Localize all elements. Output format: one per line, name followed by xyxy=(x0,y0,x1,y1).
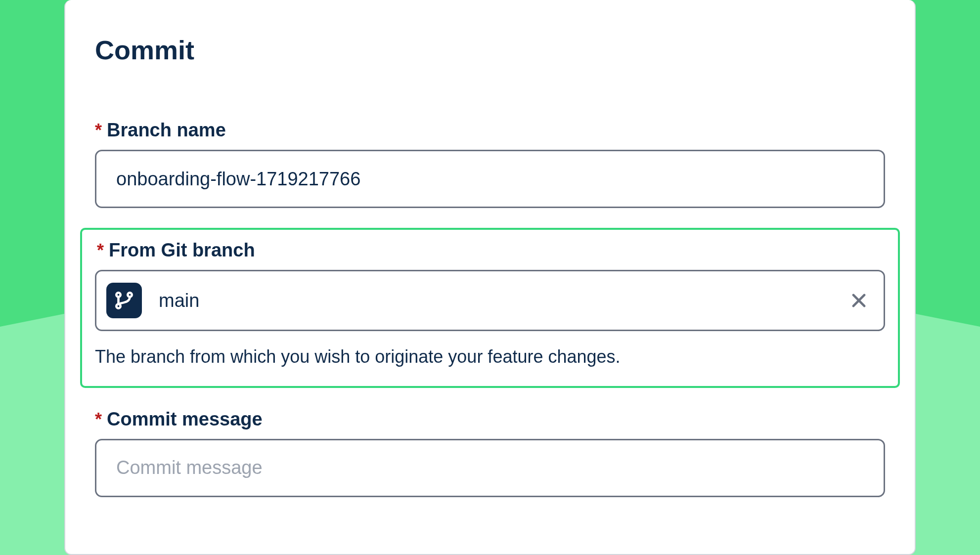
commit-panel: Commit * Branch name * From Git branch xyxy=(64,0,916,555)
branch-name-label-text: Branch name xyxy=(107,120,226,141)
commit-message-label-text: Commit message xyxy=(107,409,263,430)
from-git-branch-help: The branch from which you wish to origin… xyxy=(95,345,885,369)
from-git-branch-label-text: From Git branch xyxy=(109,240,255,261)
from-git-branch-label: * From Git branch xyxy=(97,240,885,261)
branch-name-label: * Branch name xyxy=(95,120,885,141)
git-branch-icon xyxy=(106,283,142,318)
required-asterisk: * xyxy=(97,240,104,261)
required-asterisk: * xyxy=(95,120,102,141)
branch-name-field: * Branch name xyxy=(95,120,885,208)
panel-title: Commit xyxy=(95,35,885,65)
clear-icon[interactable] xyxy=(848,290,870,311)
commit-message-label: * Commit message xyxy=(95,409,885,430)
branch-name-input[interactable] xyxy=(95,150,885,208)
from-git-branch-select[interactable]: main xyxy=(95,270,885,331)
commit-message-field: * Commit message xyxy=(95,409,885,497)
commit-message-input[interactable] xyxy=(95,439,885,497)
from-git-branch-highlight: * From Git branch main The xyxy=(80,228,900,388)
required-asterisk: * xyxy=(95,409,102,430)
from-git-branch-value: main xyxy=(159,290,848,311)
